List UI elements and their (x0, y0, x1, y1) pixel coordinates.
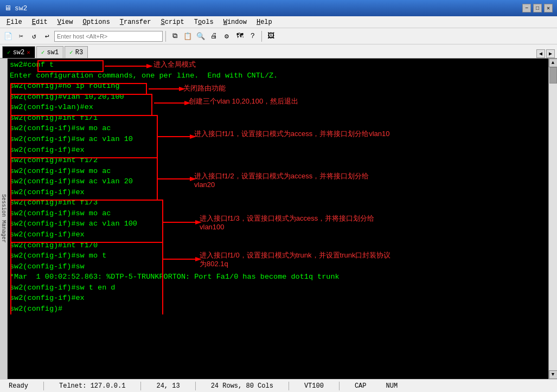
term-line-20: sw2(config-if)#sw (10, 261, 546, 272)
term-line-6: sw2(config)#int f1/1 (10, 113, 546, 124)
annotation-vlan: 创建三个vlan 10,20,100，然后退出 (189, 97, 298, 107)
menu-help[interactable]: Help (252, 17, 277, 27)
term-line-21: *Mar 1 00:02:52.863: %DTP-5-TRUNKPORTON:… (10, 272, 546, 282)
find-button[interactable]: 🔍 (195, 30, 207, 42)
status-sep-3 (195, 382, 196, 390)
extra-button[interactable]: 🖼 (265, 30, 277, 42)
session-manager-label: Session Manager (1, 194, 7, 243)
toolbar-separator (165, 31, 166, 42)
status-caps: CAP (350, 382, 371, 390)
scrollbar: ▲ ▼ (548, 59, 557, 379)
tab-next-button[interactable]: ▶ (546, 49, 555, 58)
minimize-button[interactable]: − (522, 4, 531, 12)
term-line-3: sw2(config)#no ip routing (10, 81, 546, 92)
status-ready: Ready (4, 382, 33, 390)
tab-check-icon: ✓ (7, 49, 11, 56)
annotation-f11: 进入接口f1/1，设置接口模式为access，并将接口划分给vlan10 (194, 129, 389, 139)
menu-window[interactable]: Window (219, 17, 251, 27)
menu-transfer[interactable]: Transfer (116, 17, 156, 27)
new-button[interactable]: 📄 (2, 30, 14, 42)
tab-bar: ✓ sw2 ✕ ✓ sw1 ✓ R3 ◀ ▶ (0, 44, 557, 59)
term-line-17: sw2(config-if)#ex (10, 229, 546, 240)
menu-tools[interactable]: Tools (190, 17, 218, 27)
status-sep-4 (289, 382, 289, 390)
annotation-f12: 进入接口f1/2，设置接口模式为access，并将接口划分给 (194, 171, 369, 182)
term-line-2: Enter configuration commands, one per li… (10, 70, 546, 81)
title-bar: 🖥 sw2 − □ ✕ (0, 0, 557, 16)
tab-label-sw2: sw2 (13, 49, 25, 56)
annotation-vlan20: vlan20 (194, 180, 215, 190)
status-sep-5 (339, 382, 340, 390)
status-telnet: Telnet: 127.0.0.1 (55, 382, 130, 390)
copy-button[interactable]: ⧉ (169, 30, 181, 42)
map-button[interactable]: 🗺 (234, 30, 246, 42)
close-button[interactable]: ✕ (544, 4, 553, 12)
status-position: 24, 13 (152, 382, 184, 390)
term-line-24: sw2(config)# (10, 304, 546, 314)
term-line-13: sw2(config-if)#ex (10, 187, 546, 198)
annotation-conf-t: 进入全局模式 (153, 60, 196, 70)
terminal[interactable]: sw2#conf t Enter configuration commands,… (8, 59, 548, 379)
tab-check-icon-r3: ✓ (69, 49, 73, 56)
term-line-10: sw2(config)#int f1/2 (10, 155, 546, 166)
tab-label-r3: R3 (75, 49, 83, 56)
help-button[interactable]: ? (247, 30, 259, 42)
main-area: Session Manager sw2#conf t Enter configu… (0, 59, 557, 379)
term-line-9: sw2(config-if)#ex (10, 145, 546, 156)
tab-sw2[interactable]: ✓ sw2 ✕ (2, 46, 35, 58)
status-bar: Ready Telnet: 127.0.0.1 24, 13 24 Rows, … (0, 379, 557, 392)
tab-close-sw2[interactable]: ✕ (27, 49, 30, 56)
scroll-down-button[interactable]: ▼ (549, 370, 558, 379)
paste-button[interactable]: 📋 (182, 30, 194, 42)
term-line-18: sw2(config)#int f1/0 (10, 240, 546, 251)
toolbar: 📄 ✂ ↺ ↩ ⧉ 📋 🔍 🖨 ⚙ 🗺 ? 🖼 (0, 28, 557, 44)
refresh-button[interactable]: ↺ (28, 30, 40, 42)
term-line-23: sw2(config-if)#ex (10, 293, 546, 304)
tab-check-icon-sw1: ✓ (41, 49, 45, 56)
tab-r3[interactable]: ✓ R3 (65, 46, 88, 58)
session-manager: Session Manager (0, 59, 8, 379)
term-line-22: sw2(config-if)#sw t en d (10, 282, 546, 293)
scroll-thumb[interactable] (549, 67, 557, 83)
back-button[interactable]: ↩ (41, 30, 53, 42)
app-icon: 🖥 (4, 4, 11, 12)
scroll-track[interactable] (549, 67, 557, 370)
status-sep-2 (140, 382, 141, 390)
status-vt: VT100 (300, 382, 328, 390)
tab-sw1[interactable]: ✓ sw1 (36, 46, 63, 58)
terminal-content: sw2#conf t Enter configuration commands,… (10, 60, 546, 314)
cut-button[interactable]: ✂ (15, 30, 27, 42)
annotation-no-ip: 关闭路由功能 (183, 83, 226, 94)
toolbar-separator2 (261, 31, 262, 42)
status-num: NUM (382, 382, 402, 390)
term-line-14: sw2(config)#int f1/3 (10, 197, 546, 208)
menu-bar: File Edit View Options Transfer Script T… (0, 16, 557, 28)
window-title: sw2 (15, 4, 27, 12)
menu-file[interactable]: File (2, 17, 27, 27)
tab-label-sw1: sw1 (47, 49, 59, 56)
menu-edit[interactable]: Edit (28, 17, 52, 27)
print-button[interactable]: 🖨 (208, 30, 220, 42)
scroll-up-button[interactable]: ▲ (549, 59, 558, 67)
settings-button[interactable]: ⚙ (221, 30, 233, 42)
status-size: 24 Rows, 80 Cols (207, 382, 278, 390)
menu-script[interactable]: Script (156, 17, 188, 27)
annotation-f10: 进入接口f1/0，设置接口模式为trunk，并设置trunk口封装协议 (200, 250, 391, 261)
tab-prev-button[interactable]: ◀ (536, 49, 545, 58)
annotation-802: 为802.1q (200, 259, 228, 269)
annotation-vlan100: vlan100 (200, 222, 225, 233)
annotation-f13: 进入接口f1/3，设置接口模式为access，并将接口划分给 (200, 214, 374, 224)
menu-view[interactable]: View (53, 17, 78, 27)
tab-navigation: ◀ ▶ (536, 49, 555, 58)
host-input[interactable] (54, 31, 163, 42)
status-sep-1 (43, 382, 44, 390)
menu-options[interactable]: Options (78, 17, 114, 27)
maximize-button[interactable]: □ (533, 4, 542, 12)
term-line-1: sw2#conf t (10, 60, 546, 70)
